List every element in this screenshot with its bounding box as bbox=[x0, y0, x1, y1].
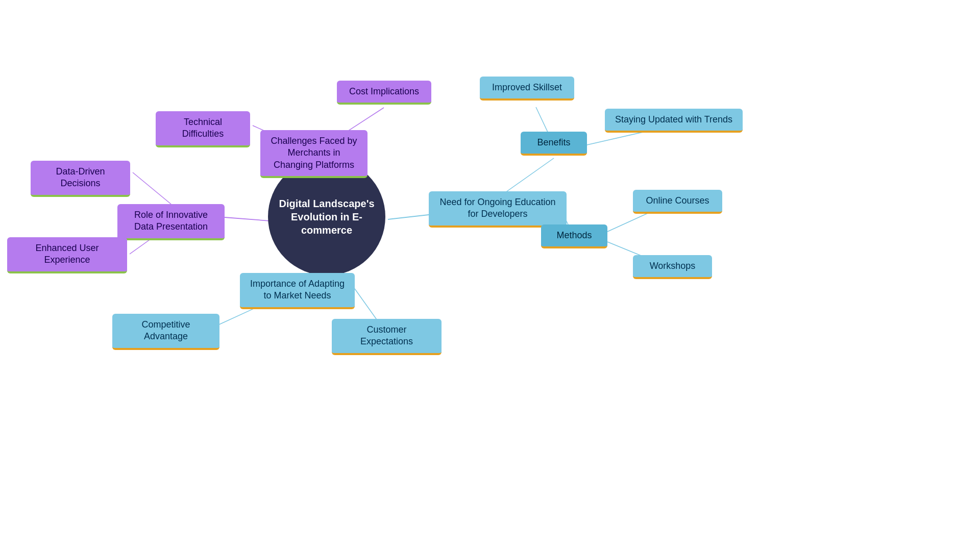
enhanced-ux-node: Enhanced User Experience bbox=[7, 237, 127, 273]
ongoing-edu-node: Need for Ongoing Education for Developer… bbox=[429, 191, 567, 228]
methods-label: Methods bbox=[556, 230, 592, 241]
cost-implications-node: Cost Implications bbox=[337, 81, 431, 105]
svg-line-4 bbox=[133, 172, 171, 204]
benefits-label: Benefits bbox=[537, 137, 570, 148]
role-innovative-label: Role of Innovative Data Presentation bbox=[126, 209, 216, 233]
challenges-label: Challenges Faced by Merchants in Changin… bbox=[268, 135, 359, 171]
staying-updated-node: Staying Updated with Trends bbox=[605, 109, 743, 133]
cost-implications-label: Cost Implications bbox=[349, 86, 419, 97]
online-courses-label: Online Courses bbox=[646, 195, 709, 207]
data-driven-node: Data-Driven Decisions bbox=[31, 161, 130, 197]
data-driven-label: Data-Driven Decisions bbox=[39, 166, 122, 190]
benefits-node: Benefits bbox=[521, 132, 587, 156]
improved-skillset-label: Improved Skillset bbox=[492, 82, 562, 93]
adapting-label: Importance of Adapting to Market Needs bbox=[248, 278, 347, 302]
technical-difficulties-node: Technical Difficulties bbox=[156, 111, 250, 147]
workshops-node: Workshops bbox=[633, 255, 712, 279]
improved-skillset-node: Improved Skillset bbox=[480, 77, 574, 101]
ongoing-edu-label: Need for Ongoing Education for Developer… bbox=[437, 196, 558, 220]
enhanced-ux-label: Enhanced User Experience bbox=[15, 242, 119, 266]
customer-exp-node: Customer Expectations bbox=[332, 319, 442, 355]
workshops-label: Workshops bbox=[650, 260, 696, 272]
competitive-label: Competitive Advantage bbox=[120, 319, 211, 343]
online-courses-node: Online Courses bbox=[633, 190, 722, 214]
technical-difficulties-label: Technical Difficulties bbox=[164, 116, 242, 140]
methods-node: Methods bbox=[541, 224, 607, 248]
customer-exp-label: Customer Expectations bbox=[340, 324, 433, 348]
challenges-node: Challenges Faced by Merchants in Changin… bbox=[260, 130, 368, 178]
role-innovative-node: Role of Innovative Data Presentation bbox=[117, 204, 225, 240]
adapting-node: Importance of Adapting to Market Needs bbox=[240, 273, 355, 309]
competitive-node: Competitive Advantage bbox=[112, 314, 219, 350]
staying-updated-label: Staying Updated with Trends bbox=[615, 114, 732, 126]
center-label: Digital Landscape's Evolution in E-comme… bbox=[276, 197, 377, 237]
